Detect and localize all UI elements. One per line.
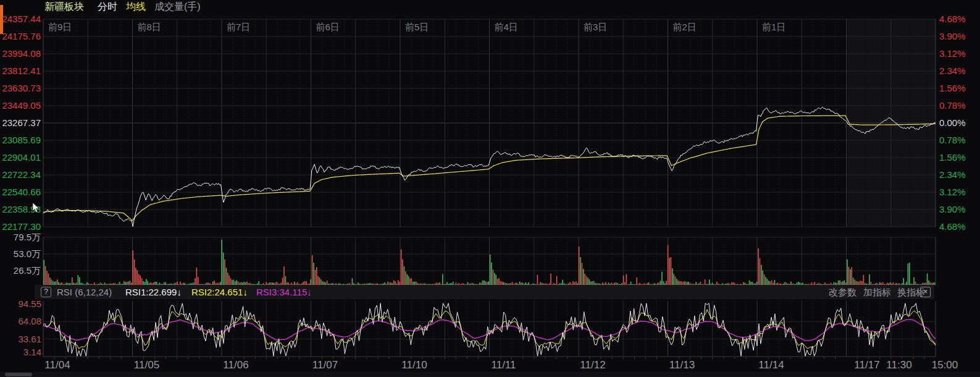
- rsi-indicator-name: RSI (6,12,24): [57, 287, 112, 297]
- volume-bar: [221, 240, 222, 285]
- volume-bar: [223, 253, 224, 285]
- help-icon[interactable]: ?: [41, 287, 51, 297]
- volume-bar: [138, 274, 140, 285]
- price-axis-label: 23630.73: [0, 83, 41, 93]
- volume-bar: [43, 260, 44, 286]
- price-axis-label: 23085.69: [0, 135, 41, 145]
- volume-bar: [497, 279, 498, 285]
- volume-bar: [668, 245, 669, 285]
- volume-bar: [491, 263, 492, 285]
- date-label: 11/10: [395, 360, 434, 371]
- price-axis-label: 22540.66: [0, 187, 41, 197]
- volume-bar: [140, 276, 141, 285]
- horizontal-scrollbar[interactable]: [0, 372, 980, 377]
- scrollbar-thumb[interactable]: [5, 373, 32, 376]
- volume-bar: [134, 260, 135, 285]
- volume-bar: [762, 271, 763, 286]
- pct-axis-label: 3.90%: [939, 32, 966, 41]
- volume-bar: [282, 278, 283, 286]
- volume-bar: [771, 280, 773, 285]
- tab-timeline[interactable]: 分时: [98, 1, 117, 12]
- volume-bar: [847, 260, 848, 285]
- date-label: 11/05: [127, 360, 167, 371]
- pct-axis-label: 0.00%: [939, 118, 966, 128]
- volume-bar: [409, 278, 411, 285]
- tab-volume[interactable]: 成交量(手): [154, 1, 201, 12]
- volume-bar: [579, 247, 580, 285]
- pct-axis-label: 1.56%: [939, 83, 966, 93]
- volume-bar: [758, 248, 759, 285]
- pct-axis-label: 3.12%: [939, 187, 966, 197]
- volume-bar: [315, 270, 316, 285]
- date-label: 11/13: [663, 360, 702, 371]
- day-label: 前6日: [316, 22, 340, 32]
- volume-bar: [672, 268, 673, 285]
- edit-params-button[interactable]: 改参数: [829, 287, 856, 297]
- volume-axis-label: 53.0万: [0, 249, 41, 259]
- volume-bar: [768, 281, 769, 285]
- price-axis-label: 23267.37: [0, 118, 41, 128]
- sector-title: 新疆板块: [44, 1, 84, 12]
- pct-axis-label: 4.68%: [939, 14, 966, 24]
- tab-ma-line[interactable]: 均线: [126, 1, 146, 12]
- chart-canvas[interactable]: [0, 0, 980, 377]
- volume-bar: [411, 278, 413, 285]
- rsi-axis-label: 3.14: [0, 347, 41, 357]
- volume-bar: [72, 277, 73, 285]
- volume-bar: [51, 279, 52, 285]
- volume-bar: [442, 274, 443, 286]
- volume-bar: [230, 278, 232, 285]
- day-label: 前2日: [673, 22, 697, 32]
- volume-bar: [671, 257, 672, 285]
- date-label: 11/06: [216, 360, 256, 371]
- date-label: 11/04: [38, 360, 77, 371]
- volume-bar: [214, 281, 215, 285]
- volume-bar: [484, 281, 485, 285]
- volume-bar: [236, 280, 237, 285]
- volume-bar: [909, 263, 910, 285]
- day-label: 前7日: [227, 22, 250, 32]
- volume-bar: [584, 274, 585, 285]
- pct-axis-label: 3.12%: [939, 49, 966, 59]
- day-label: 前8日: [138, 22, 161, 32]
- pct-axis-label: 3.90%: [939, 205, 966, 214]
- volume-bar: [562, 280, 563, 285]
- volume-bar: [851, 267, 852, 285]
- volume-bar: [626, 274, 627, 286]
- time-label: 11:30: [879, 360, 919, 371]
- volume-bar: [402, 260, 403, 285]
- volume-bar: [854, 279, 855, 285]
- volume-bar: [709, 279, 710, 285]
- volume-bar: [494, 273, 495, 285]
- volume-bar: [490, 255, 491, 285]
- volume-bar: [774, 280, 776, 285]
- rsi3-value: RSI3:34.115↓: [256, 287, 312, 297]
- volume-bar: [196, 268, 198, 285]
- volume-bar: [313, 263, 314, 285]
- volume-bar: [498, 278, 500, 285]
- date-label: 11/14: [752, 360, 791, 371]
- mouse-cursor: [32, 203, 40, 213]
- day-label: 前5日: [405, 22, 429, 32]
- stock-chart-window: 新疆板块 分时 均线 成交量(手) 24357.4424175.7623994.…: [0, 0, 980, 377]
- volume-bar: [673, 274, 674, 285]
- rsi2-value: RSI2:24.651↓: [191, 287, 248, 297]
- volume-bar: [46, 271, 48, 285]
- pct-axis-label: 2.34%: [939, 170, 966, 180]
- volume-bar: [863, 275, 865, 285]
- volume-bar: [913, 277, 915, 285]
- volume-bar: [482, 281, 484, 285]
- date-label: 11/07: [306, 360, 345, 371]
- rsi-axis-label: 33.61: [0, 334, 41, 344]
- close-icon[interactable]: ×: [920, 287, 931, 297]
- volume-bar: [310, 279, 311, 285]
- volume-bar: [760, 258, 761, 285]
- price-axis-label: 24357.44: [0, 14, 41, 24]
- add-indicator-button[interactable]: 加指标: [863, 287, 891, 297]
- price-axis-label: 22904.01: [0, 153, 41, 163]
- volume-bar: [927, 273, 928, 285]
- volume-bar: [767, 279, 768, 285]
- day-label: 前4日: [495, 22, 518, 32]
- volume-bar: [135, 268, 136, 286]
- price-axis-label: 22722.34: [0, 170, 41, 180]
